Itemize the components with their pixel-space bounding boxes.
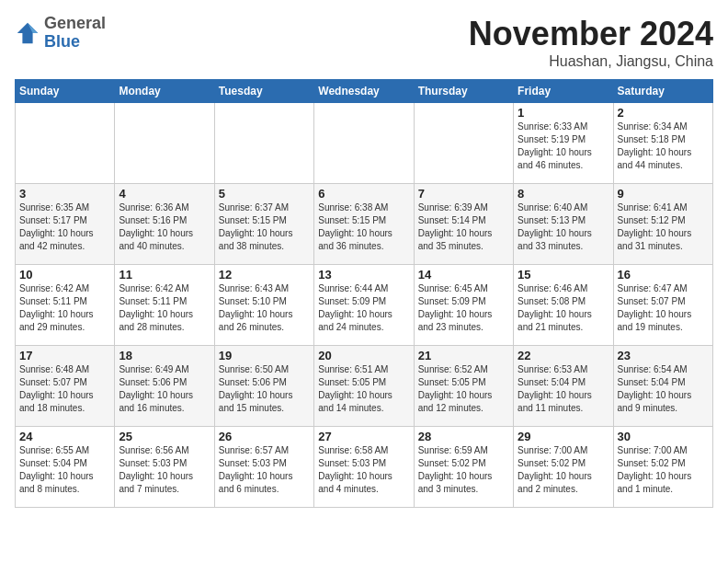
calendar-table: SundayMondayTuesdayWednesdayThursdayFrid… — [15, 79, 713, 508]
day-info: Sunrise: 6:46 AM Sunset: 5:08 PM Dayligh… — [518, 282, 609, 334]
calendar-cell: 15Sunrise: 6:46 AM Sunset: 5:08 PM Dayli… — [514, 265, 613, 346]
calendar-cell: 23Sunrise: 6:54 AM Sunset: 5:04 PM Dayli… — [613, 346, 712, 427]
day-number: 18 — [119, 349, 210, 362]
logo: General Blue — [15, 15, 106, 52]
weekday-header-sunday: Sunday — [16, 80, 115, 103]
weekday-header-wednesday: Wednesday — [314, 80, 414, 103]
calendar-week-row: 1Sunrise: 6:33 AM Sunset: 5:19 PM Daylig… — [16, 103, 713, 184]
day-info: Sunrise: 6:45 AM Sunset: 5:09 PM Dayligh… — [418, 282, 509, 334]
calendar-cell: 9Sunrise: 6:41 AM Sunset: 5:12 PM Daylig… — [613, 184, 712, 265]
day-number: 5 — [219, 187, 310, 201]
calendar-cell: 14Sunrise: 6:45 AM Sunset: 5:09 PM Dayli… — [414, 265, 513, 346]
day-info: Sunrise: 6:55 AM Sunset: 5:04 PM Dayligh… — [19, 444, 110, 496]
calendar-header: SundayMondayTuesdayWednesdayThursdayFrid… — [16, 80, 713, 103]
day-info: Sunrise: 6:49 AM Sunset: 5:06 PM Dayligh… — [119, 363, 210, 415]
calendar-cell: 26Sunrise: 6:57 AM Sunset: 5:03 PM Dayli… — [214, 427, 313, 508]
day-info: Sunrise: 6:59 AM Sunset: 5:02 PM Dayligh… — [418, 444, 509, 496]
calendar-cell: 11Sunrise: 6:42 AM Sunset: 5:11 PM Dayli… — [115, 265, 214, 346]
day-number: 27 — [318, 430, 409, 443]
day-number: 1 — [518, 106, 609, 120]
day-info: Sunrise: 6:48 AM Sunset: 5:07 PM Dayligh… — [19, 363, 110, 415]
day-number: 21 — [418, 349, 509, 362]
day-number: 20 — [318, 349, 409, 362]
day-number: 3 — [19, 187, 110, 201]
calendar-cell: 30Sunrise: 7:00 AM Sunset: 5:02 PM Dayli… — [613, 427, 712, 508]
calendar-cell: 21Sunrise: 6:52 AM Sunset: 5:05 PM Dayli… — [414, 346, 513, 427]
day-number: 22 — [518, 349, 609, 362]
calendar-cell: 28Sunrise: 6:59 AM Sunset: 5:02 PM Dayli… — [414, 427, 513, 508]
day-info: Sunrise: 6:40 AM Sunset: 5:13 PM Dayligh… — [518, 201, 609, 253]
calendar-cell — [115, 103, 214, 184]
day-number: 8 — [518, 187, 609, 201]
logo-blue-text: Blue — [44, 33, 106, 52]
day-info: Sunrise: 6:42 AM Sunset: 5:11 PM Dayligh… — [119, 282, 210, 334]
weekday-header-tuesday: Tuesday — [214, 80, 313, 103]
calendar-week-row: 10Sunrise: 6:42 AM Sunset: 5:11 PM Dayli… — [16, 265, 713, 346]
day-number: 9 — [618, 187, 709, 201]
day-info: Sunrise: 6:43 AM Sunset: 5:10 PM Dayligh… — [219, 282, 310, 334]
calendar-cell — [314, 103, 414, 184]
day-number: 13 — [318, 268, 409, 282]
day-number: 6 — [318, 187, 409, 201]
calendar-cell: 25Sunrise: 6:56 AM Sunset: 5:03 PM Dayli… — [115, 427, 214, 508]
day-number: 12 — [219, 268, 310, 282]
day-number: 19 — [219, 349, 310, 362]
day-number: 10 — [19, 268, 110, 282]
day-info: Sunrise: 6:50 AM Sunset: 5:06 PM Dayligh… — [219, 363, 310, 415]
day-info: Sunrise: 6:52 AM Sunset: 5:05 PM Dayligh… — [418, 363, 509, 415]
calendar-cell: 5Sunrise: 6:37 AM Sunset: 5:15 PM Daylig… — [214, 184, 313, 265]
calendar-cell: 6Sunrise: 6:38 AM Sunset: 5:15 PM Daylig… — [314, 184, 414, 265]
day-number: 26 — [219, 430, 310, 443]
day-info: Sunrise: 6:58 AM Sunset: 5:03 PM Dayligh… — [318, 444, 409, 496]
day-number: 11 — [119, 268, 210, 282]
calendar-week-row: 3Sunrise: 6:35 AM Sunset: 5:17 PM Daylig… — [16, 184, 713, 265]
day-info: Sunrise: 6:36 AM Sunset: 5:16 PM Dayligh… — [119, 201, 210, 253]
calendar-cell: 3Sunrise: 6:35 AM Sunset: 5:17 PM Daylig… — [16, 184, 115, 265]
day-info: Sunrise: 6:56 AM Sunset: 5:03 PM Dayligh… — [119, 444, 210, 496]
calendar-cell: 4Sunrise: 6:36 AM Sunset: 5:16 PM Daylig… — [115, 184, 214, 265]
calendar-cell: 24Sunrise: 6:55 AM Sunset: 5:04 PM Dayli… — [16, 427, 115, 508]
weekday-header-monday: Monday — [115, 80, 214, 103]
day-number: 16 — [618, 268, 709, 282]
calendar-cell: 8Sunrise: 6:40 AM Sunset: 5:13 PM Daylig… — [514, 184, 613, 265]
calendar-cell: 17Sunrise: 6:48 AM Sunset: 5:07 PM Dayli… — [16, 346, 115, 427]
calendar-cell: 18Sunrise: 6:49 AM Sunset: 5:06 PM Dayli… — [115, 346, 214, 427]
location-text: Huashan, Jiangsu, China — [469, 53, 713, 70]
calendar-cell: 1Sunrise: 6:33 AM Sunset: 5:19 PM Daylig… — [514, 103, 613, 184]
calendar-cell: 27Sunrise: 6:58 AM Sunset: 5:03 PM Dayli… — [314, 427, 414, 508]
page-header: General Blue November 2024 Huashan, Jian… — [15, 15, 713, 70]
day-number: 24 — [19, 430, 110, 443]
day-number: 23 — [618, 349, 709, 362]
calendar-cell: 12Sunrise: 6:43 AM Sunset: 5:10 PM Dayli… — [214, 265, 313, 346]
day-number: 25 — [119, 430, 210, 443]
day-number: 4 — [119, 187, 210, 201]
day-info: Sunrise: 7:00 AM Sunset: 5:02 PM Dayligh… — [518, 444, 609, 496]
day-info: Sunrise: 6:34 AM Sunset: 5:18 PM Dayligh… — [618, 121, 709, 172]
day-number: 15 — [518, 268, 609, 282]
day-info: Sunrise: 6:41 AM Sunset: 5:12 PM Dayligh… — [618, 201, 709, 253]
day-number: 7 — [418, 187, 509, 201]
day-number: 28 — [418, 430, 509, 443]
calendar-cell: 20Sunrise: 6:51 AM Sunset: 5:05 PM Dayli… — [314, 346, 414, 427]
day-info: Sunrise: 6:54 AM Sunset: 5:04 PM Dayligh… — [618, 363, 709, 415]
calendar-week-row: 17Sunrise: 6:48 AM Sunset: 5:07 PM Dayli… — [16, 346, 713, 427]
day-number: 17 — [19, 349, 110, 362]
day-info: Sunrise: 6:38 AM Sunset: 5:15 PM Dayligh… — [318, 201, 409, 253]
day-info: Sunrise: 6:39 AM Sunset: 5:14 PM Dayligh… — [418, 201, 509, 253]
calendar-cell — [214, 103, 313, 184]
calendar-cell: 2Sunrise: 6:34 AM Sunset: 5:18 PM Daylig… — [613, 103, 712, 184]
calendar-cell: 29Sunrise: 7:00 AM Sunset: 5:02 PM Dayli… — [514, 427, 613, 508]
weekday-header-friday: Friday — [514, 80, 613, 103]
day-info: Sunrise: 6:53 AM Sunset: 5:04 PM Dayligh… — [518, 363, 609, 415]
calendar-cell — [16, 103, 115, 184]
day-info: Sunrise: 6:57 AM Sunset: 5:03 PM Dayligh… — [219, 444, 310, 496]
day-info: Sunrise: 6:44 AM Sunset: 5:09 PM Dayligh… — [318, 282, 409, 334]
day-number: 29 — [518, 430, 609, 443]
logo-general-text: General — [44, 15, 106, 33]
day-info: Sunrise: 6:51 AM Sunset: 5:05 PM Dayligh… — [318, 363, 409, 415]
weekday-header-row: SundayMondayTuesdayWednesdayThursdayFrid… — [16, 80, 713, 103]
calendar-cell: 13Sunrise: 6:44 AM Sunset: 5:09 PM Dayli… — [314, 265, 414, 346]
calendar-cell: 7Sunrise: 6:39 AM Sunset: 5:14 PM Daylig… — [414, 184, 513, 265]
day-number: 2 — [618, 106, 709, 120]
weekday-header-thursday: Thursday — [414, 80, 513, 103]
